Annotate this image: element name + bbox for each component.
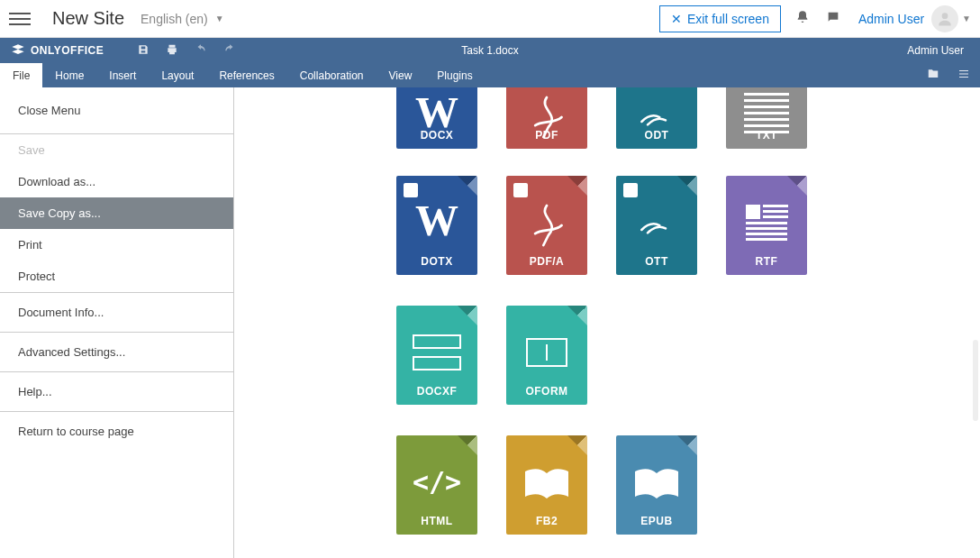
bell-icon[interactable] [794,10,812,28]
format-card: </>HTML [396,435,477,535]
format-label: RTF [726,255,807,268]
format-docxf[interactable]: DOCXF [396,306,477,405]
file-menu: Close Menu Save Download as... Save Copy… [0,87,234,558]
format-card: APDF/A [506,176,587,275]
stack-icon [11,43,25,58]
file-menu-doc-info[interactable]: Document Info... [0,293,233,332]
format-card: EPUB [616,435,697,535]
format-fb2[interactable]: FB2 [506,435,587,535]
format-label: OTT [616,255,697,268]
site-bar: New Site English (en) ▼ ✕ Exit full scre… [0,0,980,38]
save-icon[interactable] [129,43,158,59]
format-pdfa[interactable]: APDF/A [506,176,587,275]
format-card: PDF [506,87,587,149]
format-ott[interactable]: TOTT [616,176,697,275]
file-menu-close[interactable]: Close Menu [0,87,233,133]
redo-icon[interactable] [215,43,244,59]
format-label: PDF [506,129,587,142]
file-menu-advanced-settings[interactable]: Advanced Settings... [0,333,233,371]
template-badge: T [623,183,638,197]
format-label: OFORM [506,385,587,398]
file-menu-save: Save [0,134,233,166]
view-settings-icon[interactable] [957,69,971,82]
compress-icon: ✕ [671,12,682,26]
avatar[interactable] [931,5,958,32]
format-card: ODT [616,87,697,149]
tab-insert[interactable]: Insert [96,63,149,87]
format-label: DOTX [396,255,477,268]
tab-layout[interactable]: Layout [149,63,206,87]
language-selector[interactable]: English (en) ▼ [141,12,224,26]
editor-user-label[interactable]: Admin User [907,44,964,57]
format-odt[interactable]: ODT [616,87,697,149]
hamburger-icon[interactable] [9,8,31,30]
file-menu-print[interactable]: Print [0,229,233,261]
open-location-icon[interactable] [926,68,940,83]
template-badge: A [513,183,528,197]
file-menu-help[interactable]: Help... [0,372,233,411]
editor-tabs: File Home Insert Layout References Colla… [0,63,980,87]
format-card: TOTT [616,176,697,275]
format-card: WDOCX [396,87,477,149]
format-card: TWDOTX [396,176,477,275]
print-icon[interactable] [158,43,186,59]
format-card: RTF [726,176,807,275]
tab-view[interactable]: View [377,63,425,87]
caret-down-icon: ▼ [215,14,224,23]
tab-file[interactable]: File [0,63,42,87]
tab-collaboration[interactable]: Collaboration [287,63,377,87]
format-epub[interactable]: EPUB [616,435,697,535]
svg-point-0 [942,13,948,19]
tab-references[interactable]: References [206,63,286,87]
editor-titlebar: ONLYOFFICE Task 1.docx Admin User [0,38,980,63]
chat-icon[interactable] [824,10,842,28]
user-menu-caret-icon[interactable]: ▼ [962,14,971,23]
onlyoffice-logo[interactable]: ONLYOFFICE [11,43,104,58]
template-badge: T [404,183,418,197]
user-name-link[interactable]: Admin User [858,12,924,26]
editor-body: Close Menu Save Download as... Save Copy… [0,87,980,558]
file-menu-download-as[interactable]: Download as... [0,166,233,197]
tab-home[interactable]: Home [42,63,96,87]
format-label: FB2 [506,515,587,527]
site-title: New Site [52,8,124,29]
file-menu-return[interactable]: Return to course page [0,412,233,451]
format-card: FB2 [506,435,587,535]
format-pdf[interactable]: PDF [506,87,587,149]
exit-fullscreen-button[interactable]: ✕ Exit full screen [659,5,781,32]
format-label: DOCX [396,129,477,142]
format-docx[interactable]: WDOCX [396,87,477,149]
format-rtf[interactable]: RTF [726,176,807,275]
format-html[interactable]: </>HTML [396,435,477,535]
brand-label: ONLYOFFICE [31,44,104,57]
editor-header: ONLYOFFICE Task 1.docx Admin User File H… [0,38,980,87]
svg-rect-2 [959,74,968,75]
format-txt[interactable]: TXT [726,87,807,149]
svg-rect-3 [959,77,968,78]
scrollbar[interactable] [973,340,978,421]
format-label: DOCXF [396,385,477,398]
undo-icon[interactable] [186,43,215,59]
format-label: TXT [726,129,807,142]
svg-rect-1 [959,70,968,71]
format-label: PDF/A [506,255,587,268]
tab-plugins[interactable]: Plugins [424,63,485,87]
file-menu-save-copy-as[interactable]: Save Copy as... [0,197,233,229]
file-menu-protect[interactable]: Protect [0,261,233,292]
format-oform[interactable]: OFORM [506,306,587,405]
language-label: English (en) [141,12,208,26]
format-card: DOCXF [396,306,477,405]
format-card: TXT [726,87,807,149]
format-dotx[interactable]: TWDOTX [396,176,477,275]
exit-fullscreen-label: Exit full screen [687,12,769,26]
format-grid: WDOCXPDFODTTXTTWDOTXAPDF/ATOTTRTFDOCXFOF… [234,87,980,558]
format-label: HTML [396,515,477,527]
format-label: ODT [616,129,697,142]
format-label: EPUB [616,515,697,527]
format-card: OFORM [506,306,587,405]
